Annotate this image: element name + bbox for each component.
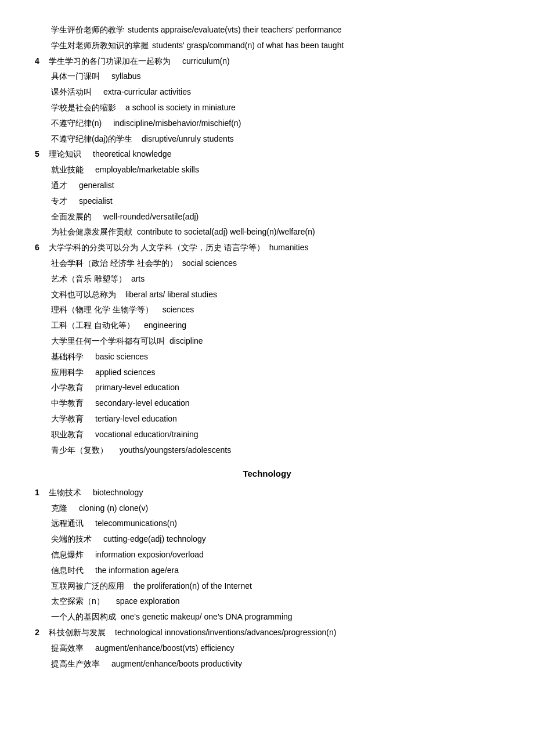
zh-text: 专才 [51,195,67,208]
zh-text: 中学教育 [51,397,84,411]
s5-item-2: 通才 generalist [35,179,499,193]
en-text: applied sciences [95,366,156,380]
s4-item-5: 不遵守纪律(daj)的学生 disruptive/unruly students [35,132,499,146]
zh-text: 提高生产效率 [51,657,100,671]
s6-item-8: 应用科学 applied sciences [35,366,499,380]
en-text: cloning (n) clone(v) [79,502,148,516]
en-text: engineering [144,319,186,333]
zh-text: 社会学科（政治 经济学 社会学的） [51,257,178,271]
zh-text: 信息时代 [51,564,84,578]
s6-item-2: 艺术（音乐 雕塑等） arts [35,272,499,286]
en-text: liberal arts/ liberal studies [125,288,217,302]
section-number: 4 [35,55,49,69]
line-appraise: 学生评价老师的教学 students appraise/evaluate(vts… [35,23,499,37]
en-text: syllabus [111,70,141,84]
zh-text: 青少年（复数） [51,444,108,458]
top-lines: 学生评价老师的教学 students appraise/evaluate(vts… [35,23,499,53]
tech-section-1-header: 1 生物技术 biotechnology [35,486,499,500]
en-text: curriculum(n) [182,55,230,69]
zh-text: 克隆 [51,502,67,516]
en-text: vocational education/training [95,428,198,442]
zh-text: 尖端的技术 [51,532,92,546]
section-6: 6 大学学科的分类可以分为 人文学科（文学，历史 语言学等） humanitie… [35,241,499,457]
tech-section-2: 2 科技创新与发展 technological innovations/inve… [35,626,499,671]
zh-text: 文科也可以总称为 [51,288,116,302]
en-text: a school is society in miniature [125,101,236,115]
en-text: the information age/era [95,564,179,578]
en-text: primary-level education [95,381,179,395]
zh-text: 工科（工程 自动化等） [51,319,135,333]
s6-item-13: 青少年（复数） youths/youngsters/adolescents [35,444,499,458]
section-number: 1 [35,486,49,500]
t1-item-2: 远程通讯 telecommunications(n) [35,517,499,531]
zh-text: 就业技能 [51,163,84,177]
technology-title: Technology [35,466,499,481]
s6-item-11: 大学教育 tertiary-level education [35,412,499,426]
en-text: contribute to societal(adj) well-being(n… [137,225,315,239]
tech-section-1: 1 生物技术 biotechnology 克隆 cloning (n) clon… [35,486,499,624]
s5-item-5: 为社会健康发展作贡献 contribute to societal(adj) w… [35,225,499,239]
zh-text: 生物技术 [49,486,81,500]
zh-text: 大学里任何一个学科都有可以叫 [51,334,165,348]
en-text: cutting-edge(adj) technology [103,532,206,546]
s4-item-4: 不遵守纪律(n) indiscipline/misbehavior/mischi… [35,117,499,131]
zh-text: 学生对老师所教知识的掌握 [51,39,149,53]
section-5: 5 理论知识 theoretical knowledge 就业技能 employ… [35,147,499,239]
zh-text: 职业教育 [51,428,84,442]
zh-text: 互联网被广泛的应用 [51,579,124,593]
en-text: discipline [169,334,203,348]
en-text: theoretical knowledge [93,147,171,161]
s6-item-6: 大学里任何一个学科都有可以叫 discipline [35,334,499,348]
section-number: 2 [35,626,49,640]
zh-text: 信息爆炸 [51,548,84,562]
section-number: 6 [35,241,49,255]
en-text: augment/enhance/boots productivity [111,657,242,671]
en-text: students appraise/evaluate(vts) their te… [128,23,341,37]
en-text: humanities [269,241,309,255]
t2-item-2: 提高生产效率 augment/enhance/boots productivit… [35,657,499,671]
zh-text: 一个人的基因构成 [51,610,116,624]
zh-text: 基础科学 [51,350,84,364]
en-text: telecommunications(n) [95,517,177,531]
en-text: secondary-level education [95,397,190,411]
en-text: basic sciences [95,350,148,364]
en-text: specialist [79,195,113,208]
en-text: technological innovations/inventions/adv… [115,626,336,640]
zh-text: 学生评价老师的教学 [51,23,124,37]
zh-text: 通才 [51,179,67,193]
en-text: disruptive/unruly students [142,132,234,146]
s6-item-9: 小学教育 primary-level education [35,381,499,395]
zh-text: 具体一门课叫 [51,70,100,84]
s5-item-1: 就业技能 employable/marketable skills [35,163,499,177]
tech-section-2-header: 2 科技创新与发展 technological innovations/inve… [35,626,499,640]
section-6-header: 6 大学学科的分类可以分为 人文学科（文学，历史 语言学等） humanitie… [35,241,499,255]
zh-text: 不遵守纪律(n) [51,117,102,131]
section-number: 5 [35,147,49,161]
zh-text: 课外活动叫 [51,85,92,99]
zh-text: 全面发展的 [51,210,92,224]
en-text: space exploration [116,595,180,609]
s6-item-7: 基础科学 basic sciences [35,350,499,364]
en-text: arts [131,272,145,286]
en-text: biotechnology [93,486,143,500]
zh-text: 大学教育 [51,412,84,426]
s6-item-4: 理科（物理 化学 生物学等） sciences [35,303,499,317]
zh-text: 小学教育 [51,381,84,395]
section-4: 4 学生学习的各门功课加在一起称为 curriculum(n) 具体一门课叫 s… [35,55,499,146]
zh-text: 应用科学 [51,366,84,380]
en-text: tertiary-level education [95,412,177,426]
en-text: extra-curricular activities [103,85,191,99]
section-5-header: 5 理论知识 theoretical knowledge [35,147,499,161]
s5-item-4: 全面发展的 well-rounded/versatile(adj) [35,210,499,224]
s4-item-2: 课外活动叫 extra-curricular activities [35,85,499,99]
t1-item-5: 信息时代 the information age/era [35,564,499,578]
s4-item-1: 具体一门课叫 syllabus [35,70,499,84]
zh-text: 科技创新与发展 [49,626,106,640]
section-4-header: 4 学生学习的各门功课加在一起称为 curriculum(n) [35,55,499,69]
en-text: the proliferation(n) of the Internet [134,579,252,593]
s4-item-3: 学校是社会的缩影 a school is society in miniatur… [35,101,499,115]
en-text: one's genetic makeup/ one's DNA programm… [121,610,293,624]
zh-text: 为社会健康发展作贡献 [51,225,132,239]
zh-text: 太空探索（n） [51,595,104,609]
en-text: information exposion/overload [95,548,204,562]
